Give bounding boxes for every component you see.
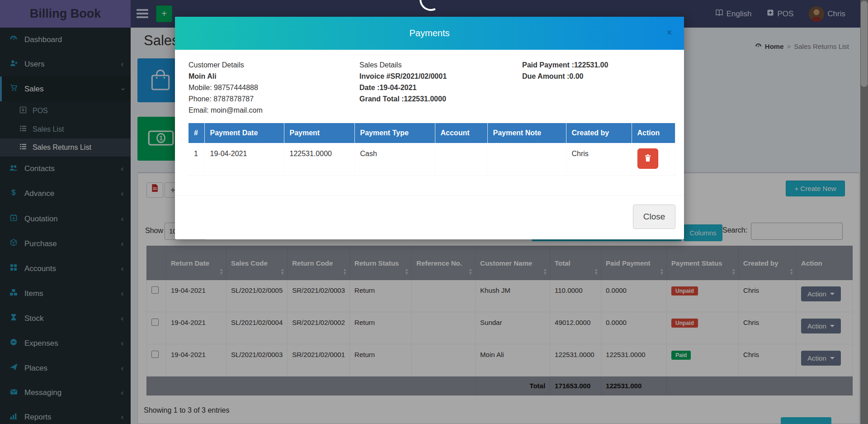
sales-details: Sales Details Invoice #SR/2021/02/0001 D… [359,59,447,105]
payments-col-header[interactable]: Account [435,123,487,143]
payments-col-header[interactable]: Payment Date [204,123,284,143]
payments-col-header[interactable]: # [189,123,204,143]
payments-table: #Payment DatePaymentPayment TypeAccountP… [189,123,675,176]
customer-phone: Phone: 8787878787 [189,93,263,105]
customer-details: Customer Details Moin Ali Mobile: 987574… [189,59,263,116]
delete-payment-button[interactable] [637,148,658,169]
payment-summary: Paid Payment :122531.00 Due Amount :0.00 [522,59,608,82]
payments-modal: Payments × Customer Details Moin Ali Mob… [175,17,684,239]
customer-details-heading: Customer Details [189,59,263,71]
paid-payment-value: Paid Payment :122531.00 [522,59,608,71]
customer-email: Email: moin@mail.com [189,105,263,116]
modal-title: Payments [410,28,450,38]
payments-col-header[interactable]: Payment Note [487,123,566,143]
payments-col-header[interactable]: Payment Type [354,123,435,143]
payments-col-header[interactable]: Action [632,123,675,143]
customer-name: Moin Ali [189,71,263,82]
close-icon[interactable]: × [666,28,672,38]
due-amount-value: Due Amount :0.00 [522,71,608,82]
payment-row: 119-04-2021122531.0000CashChris [189,143,675,176]
modal-footer-divider [175,195,684,195]
trash-icon [644,154,652,164]
sales-date: Date :19-04-2021 [359,82,447,93]
sales-details-heading: Sales Details [359,59,447,71]
modal-header: Payments × [175,17,684,50]
sales-grand-total: Grand Total :122531.0000 [359,93,447,105]
payments-col-header[interactable]: Payment [284,123,354,143]
close-button[interactable]: Close [633,205,675,229]
payments-col-header[interactable]: Created by [566,123,632,143]
sales-invoice: Invoice #SR/2021/02/0001 [359,71,447,82]
customer-mobile: Mobile: 98757444888 [189,82,263,93]
app-root: Billing Book + English POS Chris [0,0,868,424]
